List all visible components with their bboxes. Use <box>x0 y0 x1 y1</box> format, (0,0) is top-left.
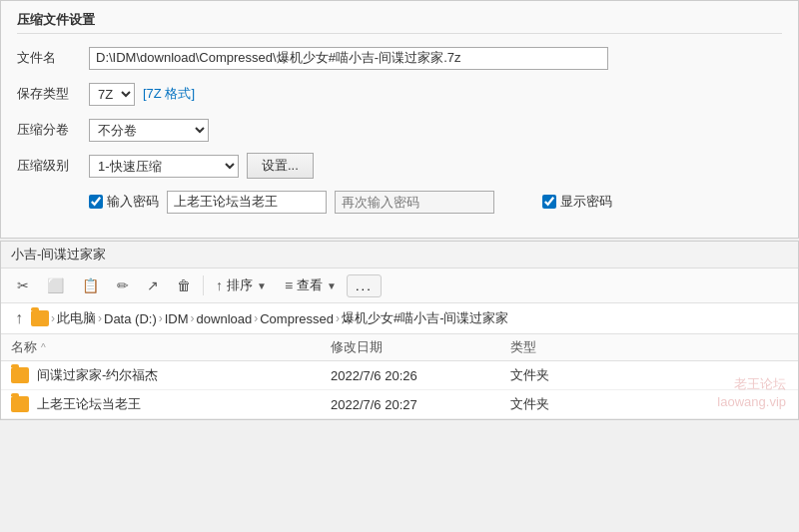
share-icon: ↗ <box>147 277 159 293</box>
file-name-cell-0: 间谍过家家-约尔福杰 <box>11 366 331 384</box>
col-header-type[interactable]: 类型 <box>510 338 788 356</box>
view-icon: ≡ <box>285 277 293 293</box>
breadcrumb-folder[interactable]: 爆机少女#喵小吉-间谍过家家 <box>342 309 509 327</box>
show-password-checkbox[interactable] <box>542 195 556 209</box>
password-control: 输入密码 显示密码 <box>89 191 782 214</box>
breadcrumb-up-button[interactable]: ↑ <box>9 307 29 329</box>
save-type-control: 7Z [7Z 格式] <box>89 83 782 106</box>
filename-label: 文件名 <box>17 49 89 67</box>
password-checkbox-label[interactable]: 输入密码 <box>89 193 159 211</box>
split-select[interactable]: 不分卷 <box>89 119 209 142</box>
toolbar-separator <box>203 275 204 295</box>
view-label: 查看 <box>297 276 323 294</box>
toolbar: ✂ ⬜ 📋 ✏ ↗ 🗑 ↑ 排序 ▼ ≡ 查看 ▼ ... <box>1 268 798 303</box>
breadcrumb-sep-3: › <box>191 311 195 325</box>
file-date-1: 2022/7/6 20:27 <box>331 397 510 412</box>
password-input[interactable] <box>167 191 327 214</box>
sort-label: 排序 <box>227 276 253 294</box>
sort-chevron-icon: ▼ <box>257 280 267 291</box>
paste-icon: 📋 <box>82 277 99 293</box>
window-title-bar: 小吉-间谍过家家 <box>1 242 798 268</box>
view-button[interactable]: ≡ 查看 ▼ <box>277 272 345 298</box>
window-title: 小吉-间谍过家家 <box>11 247 106 262</box>
file-date-0: 2022/7/6 20:26 <box>331 368 510 383</box>
breadcrumb-bar: ↑ › 此电脑 › Data (D:) › IDM › download › C… <box>1 303 798 334</box>
password-checkbox[interactable] <box>89 195 103 209</box>
watermark-line1: 老王论坛 <box>717 375 786 393</box>
delete-button[interactable]: 🗑 <box>169 273 199 297</box>
more-icon: ... <box>356 278 373 293</box>
breadcrumb-sep-4: › <box>254 311 258 325</box>
cut-icon: ✂ <box>17 277 29 293</box>
split-control: 不分卷 <box>89 119 782 142</box>
rename-button[interactable]: ✏ <box>109 273 137 297</box>
folder-icon-1 <box>11 396 29 412</box>
watermark: 老王论坛 laowang.vip <box>717 375 786 411</box>
folder-icon-0 <box>11 367 29 383</box>
breadcrumb-idm[interactable]: IDM <box>165 311 189 326</box>
share-button[interactable]: ↗ <box>139 273 167 297</box>
explorer-section: 小吉-间谍过家家 ✂ ⬜ 📋 ✏ ↗ 🗑 ↑ 排序 ▼ ≡ 查看 ▼ <box>0 241 799 420</box>
level-control: 1-快速压缩 设置... <box>89 153 782 179</box>
breadcrumb-items: › 此电脑 › Data (D:) › IDM › download › Com… <box>51 309 509 327</box>
file-name-1: 上老王论坛当老王 <box>37 395 141 413</box>
filename-row: 文件名 <box>17 44 782 72</box>
cut-button[interactable]: ✂ <box>9 273 37 297</box>
copy-button[interactable]: ⬜ <box>39 273 72 297</box>
sort-button[interactable]: ↑ 排序 ▼ <box>208 272 275 298</box>
breadcrumb-sep-5: › <box>336 311 340 325</box>
password-row: 输入密码 显示密码 <box>17 188 782 216</box>
delete-icon: 🗑 <box>177 277 191 293</box>
breadcrumb-download[interactable]: download <box>197 311 253 326</box>
dialog-title: 压缩文件设置 <box>17 11 782 34</box>
breadcrumb-pc[interactable]: 此电脑 <box>57 309 96 327</box>
save-type-select[interactable]: 7Z <box>89 83 135 106</box>
table-row[interactable]: 间谍过家家-约尔福杰 2022/7/6 20:26 文件夹 <box>1 361 798 390</box>
save-type-row: 保存类型 7Z [7Z 格式] <box>17 80 782 108</box>
split-label: 压缩分卷 <box>17 121 89 139</box>
file-name-cell-1: 上老王论坛当老王 <box>11 395 331 413</box>
filename-input[interactable] <box>89 47 608 70</box>
breadcrumb-sep-2: › <box>159 311 163 325</box>
level-row: 压缩级别 1-快速压缩 设置... <box>17 152 782 180</box>
breadcrumb-folder-icon <box>31 310 49 326</box>
col-header-date[interactable]: 修改日期 <box>331 338 510 356</box>
breadcrumb-sep-0: › <box>51 311 55 325</box>
paste-button[interactable]: 📋 <box>74 273 107 297</box>
breadcrumb-drive[interactable]: Data (D:) <box>104 311 157 326</box>
level-select[interactable]: 1-快速压缩 <box>89 155 239 178</box>
file-list-header: 名称 ^ 修改日期 类型 <box>1 334 798 361</box>
file-name-0: 间谍过家家-约尔福杰 <box>37 366 158 384</box>
confirm-password-input[interactable] <box>335 191 494 214</box>
table-row[interactable]: 上老王论坛当老王 2022/7/6 20:27 文件夹 <box>1 390 798 419</box>
more-button[interactable]: ... <box>347 274 382 297</box>
split-row: 压缩分卷 不分卷 <box>17 116 782 144</box>
file-list: 间谍过家家-约尔福杰 2022/7/6 20:26 文件夹 上老王论坛当老王 2… <box>1 361 798 419</box>
breadcrumb-compressed[interactable]: Compressed <box>260 311 334 326</box>
watermark-line2: laowang.vip <box>717 393 786 411</box>
breadcrumb-sep-1: › <box>98 311 102 325</box>
up-arrow-icon: ↑ <box>15 309 23 326</box>
level-label: 压缩级别 <box>17 157 89 175</box>
view-chevron-icon: ▼ <box>327 280 337 291</box>
rename-icon: ✏ <box>117 277 129 293</box>
sort-icon: ↑ <box>216 277 223 293</box>
show-password-label[interactable]: 显示密码 <box>542 193 612 211</box>
dialog-section: 压缩文件设置 文件名 保存类型 7Z [7Z 格式] 压缩分卷 不分卷 压缩级别 <box>0 0 799 239</box>
save-type-label: 保存类型 <box>17 85 89 103</box>
filename-control <box>89 47 782 70</box>
copy-icon: ⬜ <box>47 277 64 293</box>
sort-arrow-icon: ^ <box>41 342 46 353</box>
format-link[interactable]: [7Z 格式] <box>143 85 195 103</box>
col-header-name[interactable]: 名称 ^ <box>11 338 331 356</box>
settings-button[interactable]: 设置... <box>247 153 314 179</box>
